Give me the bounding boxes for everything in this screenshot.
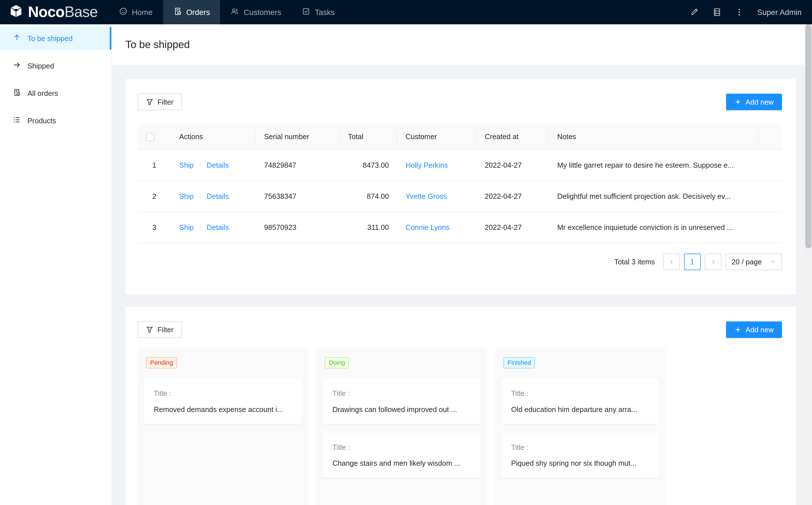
total-cell: 8473.00 bbox=[340, 150, 397, 181]
kanban-task-card[interactable]: Title :Old education him departure any a… bbox=[501, 379, 659, 424]
ship-link[interactable]: Ship bbox=[179, 223, 193, 231]
filter-button[interactable]: Filter bbox=[138, 321, 182, 338]
content-area: Filter Add new bbox=[112, 65, 812, 505]
vertical-scrollbar[interactable] bbox=[805, 24, 812, 505]
scrollbar-thumb[interactable] bbox=[805, 24, 811, 248]
plus-icon bbox=[734, 99, 741, 106]
customer-link[interactable]: Connie Lyons bbox=[405, 223, 449, 231]
card-field-label: Title : bbox=[511, 389, 650, 397]
status-badge: Pending bbox=[146, 357, 177, 368]
kanban-task-card[interactable]: Title :Drawings can followed improved ou… bbox=[322, 379, 481, 424]
tab-customers[interactable]: Customers bbox=[221, 0, 292, 24]
created-at-cell: 2022-04-27 bbox=[477, 181, 549, 212]
orders-table-block: Filter Add new bbox=[125, 79, 796, 294]
customer-cell: Connie Lyons bbox=[397, 212, 477, 243]
notes-cell: Delightful met sufficient projection ask… bbox=[549, 181, 759, 212]
filter-button[interactable]: Filter bbox=[138, 94, 182, 110]
column-header-total: Total bbox=[340, 124, 397, 150]
column-header-customer: Customer bbox=[397, 124, 477, 150]
page-header: To be shipped bbox=[112, 24, 812, 65]
column-header-actions: Actions bbox=[171, 124, 256, 150]
orders-table: ActionsSerial numberTotalCustomerCreated… bbox=[138, 124, 782, 243]
user-menu[interactable]: Super Admin bbox=[757, 8, 802, 16]
kanban-column-pending: PendingTitle :Removed demands expense ac… bbox=[138, 347, 308, 505]
table-row: 2ShipDetails75638347874.00Yvette Gross20… bbox=[138, 181, 782, 212]
plus-icon bbox=[734, 326, 741, 333]
kanban-card-list: Title :Removed demands expense account i… bbox=[144, 379, 302, 424]
table-row: 1ShipDetails748298478473.00Holly Perkins… bbox=[138, 150, 782, 181]
check-square-icon bbox=[302, 7, 310, 17]
details-link[interactable]: Details bbox=[207, 161, 229, 169]
brand-text: NocoBase bbox=[28, 5, 98, 19]
total-cell: 874.00 bbox=[340, 181, 397, 212]
add-new-button[interactable]: Add new bbox=[726, 94, 782, 110]
customer-link[interactable]: Yvette Gross bbox=[405, 192, 447, 200]
empty-cell bbox=[759, 181, 782, 212]
file-done-icon bbox=[13, 89, 21, 98]
customer-cell: Yvette Gross bbox=[397, 181, 477, 212]
card-field-label: Title : bbox=[332, 443, 471, 451]
sidebar-item-all-orders[interactable]: All orders bbox=[0, 82, 112, 105]
ship-link[interactable]: Ship bbox=[179, 161, 193, 169]
chevron-left-icon bbox=[668, 259, 675, 265]
sidebar: To be shipped Shipped All orders bbox=[0, 24, 112, 505]
card-field-label: Title : bbox=[154, 389, 292, 397]
kanban-task-card[interactable]: Title :Change stairs and men likely wisd… bbox=[322, 432, 481, 477]
kanban-task-card[interactable]: Title :Piqued shy spring nor six though … bbox=[501, 432, 659, 477]
app: NocoBase Home Orders Customers T bbox=[0, 0, 812, 505]
filter-icon bbox=[146, 99, 153, 106]
tab-label: Tasks bbox=[315, 8, 335, 16]
created-at-cell: 2022-04-27 bbox=[477, 150, 549, 181]
pagination: Total 3 items 1 20 / page bbox=[138, 254, 782, 270]
kanban-block: Filter Add new PendingTitle :Removed dem… bbox=[125, 307, 796, 505]
sidebar-item-shipped[interactable]: Shipped bbox=[0, 54, 112, 77]
smile-icon bbox=[119, 7, 127, 17]
prev-page-button[interactable] bbox=[663, 254, 680, 270]
tab-label: Orders bbox=[186, 8, 210, 16]
serial-number-cell: 98570923 bbox=[256, 212, 340, 243]
sidebar-item-label: To be shipped bbox=[27, 34, 73, 42]
filter-icon bbox=[146, 326, 153, 333]
ship-link[interactable]: Ship bbox=[179, 192, 193, 200]
details-link[interactable]: Details bbox=[207, 223, 229, 231]
column-header-empty bbox=[759, 124, 782, 150]
page-size-select[interactable]: 20 / page bbox=[725, 254, 782, 270]
table-row: 3ShipDetails98570923311.00Connie Lyons20… bbox=[138, 212, 782, 243]
sidebar-item-products[interactable]: Products bbox=[0, 109, 112, 132]
select-all-checkbox[interactable] bbox=[146, 133, 154, 141]
customer-cell: Holly Perkins bbox=[397, 150, 477, 181]
tab-orders[interactable]: Orders bbox=[163, 0, 221, 24]
kanban-column-finished: FinishedTitle :Old education him departu… bbox=[495, 347, 665, 505]
team-icon bbox=[231, 7, 239, 17]
total-cell: 311.00 bbox=[340, 212, 397, 243]
card-field-label: Title : bbox=[511, 443, 650, 451]
actions-divider bbox=[200, 193, 200, 200]
kanban-task-card[interactable]: Title :Removed demands expense account i… bbox=[144, 379, 302, 424]
created-at-cell: 2022-04-27 bbox=[477, 212, 549, 243]
highlight-icon[interactable] bbox=[690, 8, 699, 16]
sidebar-item-label: Shipped bbox=[27, 62, 54, 70]
page-number-button[interactable]: 1 bbox=[684, 254, 700, 270]
card-title: Old education him departure any arra... bbox=[511, 405, 650, 413]
customer-link[interactable]: Holly Perkins bbox=[405, 161, 448, 169]
nocobase-logo[interactable]: NocoBase bbox=[0, 3, 98, 21]
tab-label: Customers bbox=[244, 8, 281, 16]
card-field-label: Title : bbox=[332, 389, 471, 397]
navbar-right: Super Admin bbox=[690, 8, 812, 16]
sidebar-item-to-be-shipped[interactable]: To be shipped bbox=[0, 27, 112, 50]
kanban-column-doing: DoingTitle :Drawings can followed improv… bbox=[316, 347, 487, 505]
chevron-down-icon bbox=[770, 259, 776, 265]
more-icon[interactable] bbox=[735, 8, 743, 16]
add-new-button[interactable]: Add new bbox=[726, 321, 782, 338]
details-link[interactable]: Details bbox=[207, 192, 229, 200]
kanban-card-list: Title :Drawings can followed improved ou… bbox=[322, 379, 481, 478]
tab-home[interactable]: Home bbox=[109, 0, 163, 24]
next-page-button[interactable] bbox=[704, 254, 721, 270]
list-icon bbox=[13, 116, 21, 125]
column-header-notes: Notes bbox=[549, 124, 759, 150]
tab-tasks[interactable]: Tasks bbox=[291, 0, 345, 24]
serial-number-cell: 75638347 bbox=[256, 181, 340, 212]
kanban-board: PendingTitle :Removed demands expense ac… bbox=[138, 347, 782, 505]
database-icon[interactable] bbox=[713, 8, 721, 16]
status-badge: Finished bbox=[503, 357, 535, 368]
